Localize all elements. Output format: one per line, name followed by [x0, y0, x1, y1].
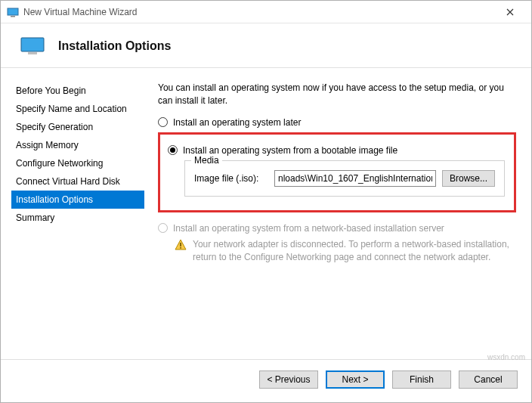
highlighted-option-group: Install an operating system from a boota… — [158, 132, 516, 212]
media-legend: Media — [191, 155, 222, 166]
radio-disabled-icon — [158, 223, 168, 233]
network-warning-text: Your network adapter is disconnected. To… — [193, 238, 516, 264]
step-configure-networking[interactable]: Configure Networking — [11, 154, 144, 172]
step-summary[interactable]: Summary — [11, 209, 144, 227]
watermark: wsxdn.com — [487, 353, 525, 361]
vm-wizard-icon — [7, 6, 19, 18]
titlebar: New Virtual Machine Wizard — [1, 1, 531, 23]
radio-icon — [158, 117, 168, 127]
option-network-install: Install an operating system from a netwo… — [158, 223, 516, 234]
option-install-later[interactable]: Install an operating system later — [158, 117, 516, 128]
page-heading: Installation Options — [58, 39, 171, 53]
page-description: You can install an operating system now … — [158, 82, 516, 108]
radio-selected-icon — [168, 145, 178, 155]
window-title: New Virtual Machine Wizard — [23, 7, 495, 17]
option-bootable-image-label: Install an operating system from a boota… — [183, 145, 397, 156]
option-network-install-label: Install an operating system from a netwo… — [173, 223, 444, 234]
browse-button[interactable]: Browse... — [442, 170, 495, 187]
svg-rect-3 — [28, 52, 37, 54]
next-button[interactable]: Next > — [326, 370, 385, 389]
footer: < Previous Next > Finish Cancel — [1, 359, 531, 402]
step-before-you-begin[interactable]: Before You Begin — [11, 82, 144, 100]
header: Installation Options — [1, 23, 531, 67]
svg-rect-5 — [180, 247, 181, 249]
svg-rect-4 — [180, 243, 181, 246]
network-warning: Your network adapter is disconnected. To… — [175, 238, 516, 264]
svg-rect-2 — [21, 38, 44, 51]
body: Before You Begin Specify Name and Locati… — [1, 68, 531, 359]
finish-button[interactable]: Finish — [392, 370, 451, 389]
close-button[interactable] — [495, 2, 525, 23]
wizard-window: New Virtual Machine Wizard Installation … — [0, 0, 532, 403]
step-specify-name-location[interactable]: Specify Name and Location — [11, 100, 144, 118]
cancel-button[interactable]: Cancel — [459, 370, 518, 389]
warning-icon — [175, 239, 187, 251]
main-panel: You can install an operating system now … — [144, 68, 531, 359]
option-network-install-group: Install an operating system from a netwo… — [158, 223, 516, 264]
wizard-steps-sidebar: Before You Begin Specify Name and Locati… — [1, 68, 144, 359]
step-installation-options[interactable]: Installation Options — [11, 191, 144, 209]
image-file-label: Image file (.iso): — [194, 173, 268, 184]
previous-button[interactable]: < Previous — [259, 370, 318, 389]
option-bootable-image[interactable]: Install an operating system from a boota… — [168, 145, 505, 156]
image-file-input[interactable] — [274, 170, 436, 187]
step-connect-vhd[interactable]: Connect Virtual Hard Disk — [11, 172, 144, 191]
option-install-later-label: Install an operating system later — [173, 117, 301, 128]
step-assign-memory[interactable]: Assign Memory — [11, 136, 144, 154]
step-specify-generation[interactable]: Specify Generation — [11, 118, 144, 136]
media-fieldset: Media Image file (.iso): Browse... — [184, 160, 505, 197]
svg-rect-1 — [11, 16, 15, 17]
monitor-icon — [20, 37, 45, 55]
media-row: Image file (.iso): Browse... — [194, 170, 495, 187]
close-icon — [506, 8, 514, 16]
svg-rect-0 — [8, 8, 18, 15]
